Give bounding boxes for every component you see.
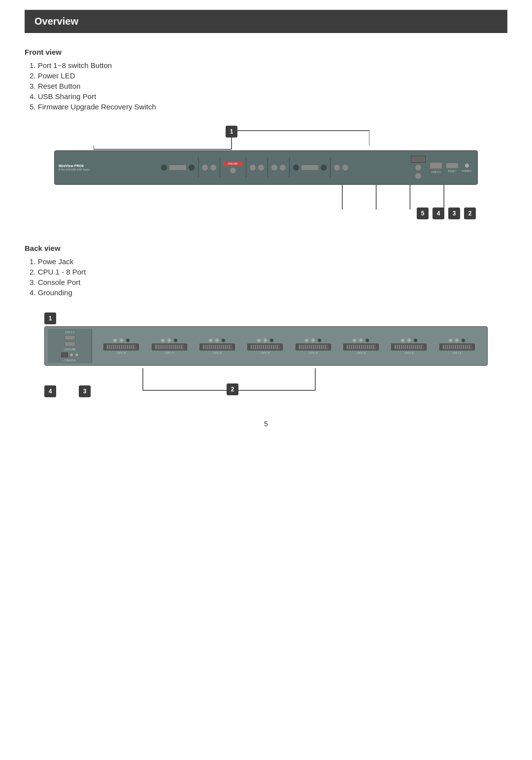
back-view-title: Back view <box>25 244 507 252</box>
list-item: 4. Grounding <box>30 288 507 297</box>
cpu-dot <box>215 338 219 343</box>
cpu-port-bottom <box>200 344 235 350</box>
port-btn <box>342 164 349 171</box>
cpu-label: CPU 3 <box>357 351 366 354</box>
switch-toggle <box>446 163 458 168</box>
cpu-label: CPU 1 <box>453 351 462 354</box>
port-btn <box>320 164 327 171</box>
list-item: 1. Port 1~8 switch Button <box>30 61 507 69</box>
list-item: 1. Powe Jack <box>30 257 507 266</box>
cpu-port-6: CPU 6 <box>198 338 237 354</box>
callout-lines-svg <box>54 185 478 224</box>
cpu-port-7: CPU 7 <box>150 338 189 354</box>
cpu-port-bottom <box>152 344 187 350</box>
cpu-port-bottom <box>391 344 427 350</box>
kvm-front-device: MiniView PRO8 8-Port DVI/USB KVM Switch <box>54 150 478 185</box>
port-btn <box>210 164 217 171</box>
back-diagram: 1 USB 2.0 CAPTURE <box>44 311 488 400</box>
right-area: USB 2.0 RESET POWER <box>411 156 473 179</box>
cpu-dot <box>317 338 322 343</box>
front-badge-5: 5 <box>417 207 429 219</box>
port-group-center: ON/LINE <box>223 161 243 174</box>
front-badge-2: 2 <box>464 207 476 219</box>
port-group-4 <box>271 164 286 171</box>
cpu-dot <box>269 338 274 343</box>
front-diagram: 1 MiniView PRO8 8-Port DVI/USB KVM Switc… <box>54 126 478 224</box>
port-btn <box>293 164 299 171</box>
cpu-label: CPU 8 <box>117 351 126 354</box>
page-title: Overview <box>34 16 498 27</box>
cpu-port-2: CPU 2 <box>389 338 429 354</box>
port-btn <box>230 167 236 174</box>
port-btn <box>201 164 208 171</box>
power-led <box>465 163 469 168</box>
cpu-dot <box>407 338 411 343</box>
cpu-port-8: CPU 8 <box>101 338 141 354</box>
back-bracket-svg <box>44 366 488 400</box>
front-badge-4: 4 <box>432 207 444 219</box>
port-group-2 <box>201 164 217 171</box>
cpu-dot <box>400 338 405 343</box>
port-btn-right2 <box>415 173 422 179</box>
cpu-dot <box>208 338 213 343</box>
front-badge-1: 1 <box>226 126 237 138</box>
front-view-list: 1. Port 1~8 switch Button 2. Power LED 3… <box>25 61 507 111</box>
cpu-dot <box>119 338 124 343</box>
page-number: 5 <box>25 420 507 428</box>
port-btn-right1 <box>415 164 422 171</box>
page-header: Overview <box>25 10 507 33</box>
list-item: 3. Reset Button <box>30 82 507 90</box>
cpu-port-4: CPU 4 <box>294 338 333 354</box>
cpu-dot <box>461 338 466 343</box>
cpu-dot <box>352 338 357 343</box>
cpu-dot <box>113 338 117 343</box>
back-bottom-area: 4 3 2 <box>44 366 488 400</box>
back-badge-2: 2 <box>227 383 238 395</box>
front-view-section: Front view 1. Port 1~8 switch Button 2. … <box>25 48 507 224</box>
cpu-dot <box>448 338 453 343</box>
cpu-port-bottom <box>296 344 331 350</box>
cpu-port-1: CPU 1 <box>437 338 477 354</box>
cpu-dot <box>455 338 459 343</box>
cpu-port-bottom <box>103 344 139 350</box>
back-badge-1-top: 1 <box>44 312 56 324</box>
cpu-dot <box>161 338 165 343</box>
port-btn <box>271 164 278 171</box>
back-ports-row: CPU 8 <box>94 338 484 354</box>
cpu-dot <box>413 338 418 343</box>
cpu-dot <box>257 338 261 343</box>
cpu-dot <box>359 338 363 343</box>
port-btn <box>188 164 195 171</box>
cpu-port-bottom <box>439 344 475 350</box>
back-top-badge-area: 1 <box>44 311 488 326</box>
cpu-dot <box>173 338 178 343</box>
port-btn <box>258 164 265 171</box>
port-group-1 <box>161 164 195 171</box>
front-bottom-callouts: 5 4 3 2 <box>54 185 478 224</box>
cpu-dot <box>311 338 315 343</box>
cpu-dot <box>167 338 171 343</box>
cpu-dot <box>304 338 309 343</box>
front-badge-3: 3 <box>448 207 460 219</box>
cpu-label: CPU 7 <box>165 351 174 354</box>
cpu-dot <box>126 338 130 343</box>
back-badge-2-wrapper: 2 <box>227 383 238 395</box>
back-diagram-area: 1 USB 2.0 CAPTURE <box>25 311 507 400</box>
front-diagram-area: 1 MiniView PRO8 8-Port DVI/USB KVM Switc… <box>25 126 507 224</box>
back-left-panel: USB 2.0 CAPTURE CONSOLE <box>48 329 92 363</box>
port-btn <box>161 164 167 171</box>
list-item: 4. USB Sharing Port <box>30 92 507 101</box>
back-view-list: 1. Powe Jack 2. CPU 1 - 8 Port 3. Consol… <box>25 257 507 297</box>
cpu-dot <box>263 338 267 343</box>
port-btn <box>333 164 340 171</box>
cpu-port-bottom <box>247 344 283 350</box>
cpu-dot <box>365 338 369 343</box>
cpu-port-bottom <box>343 344 379 350</box>
brand-area: MiniView PRO8 8-Port DVI/USB KVM Switch <box>59 164 98 172</box>
list-item: 5. Firmware Upgrade Recovery Switch <box>30 103 507 111</box>
port-group-5 <box>293 164 327 171</box>
cpu-port-3: CPU 3 <box>341 338 381 354</box>
ports-area: ON/LINE <box>98 158 411 177</box>
port-btn <box>279 164 286 171</box>
list-item: 2. CPU 1 - 8 Port <box>30 268 507 276</box>
